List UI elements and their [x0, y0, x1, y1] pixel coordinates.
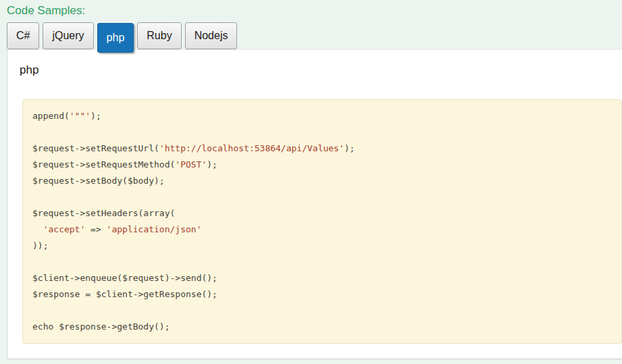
code-line: $request->setHeaders(array( [32, 205, 612, 222]
code-sample-block: append('""');$request->setRequestUrl('ht… [22, 99, 622, 344]
tab-c[interactable]: C# [7, 22, 39, 49]
code-string-token: 'POST' [175, 159, 207, 170]
code-line: $request->setBody($body); [32, 173, 612, 189]
code-plain-token: $response = $client->getResponse(); [32, 289, 217, 299]
code-plain-token: append( [32, 111, 70, 121]
code-line [32, 189, 612, 205]
tab-jquery[interactable]: jQuery [43, 22, 93, 49]
code-plain-token [32, 224, 43, 234]
code-line [32, 124, 612, 140]
code-line: $request->setRequestMethod('POST'); [32, 157, 612, 173]
code-line [32, 254, 612, 270]
code-plain-token: $request->setRequestMethod( [32, 159, 175, 170]
tab-ruby[interactable]: Ruby [137, 22, 181, 49]
code-plain-token: $client->enqueue($request)->send(); [32, 273, 217, 283]
code-language-tabs: C#jQueryphpRubyNodejs [7, 22, 622, 49]
code-string-token: '""' [70, 111, 90, 121]
code-plain-token: ); [344, 143, 355, 153]
page-title: Code Samples: [7, 4, 622, 18]
code-string-token: 'http://localhost:53864/api/Values' [159, 143, 344, 153]
code-plain-token: => [85, 224, 106, 234]
code-line: append('""'); [32, 108, 612, 124]
code-plain-token: $request->setRequestUrl( [32, 143, 159, 153]
code-plain-token: )); [32, 240, 48, 251]
code-line: $client->enqueue($request)->send(); [32, 270, 612, 286]
code-plain-token: $request->setHeaders(array( [32, 208, 175, 218]
tab-php[interactable]: php [97, 23, 134, 53]
code-string-token: 'application/json' [107, 224, 202, 234]
tab-nodejs[interactable]: Nodejs [185, 22, 238, 49]
code-line: 'accept' => 'application/json' [32, 222, 612, 238]
code-line: echo $response->getBody(); [32, 319, 612, 335]
code-plain-token: ); [90, 111, 101, 121]
code-line [32, 303, 612, 319]
code-line: )); [32, 238, 612, 254]
code-string-token: 'accept' [43, 224, 86, 234]
panel-heading: php [7, 50, 622, 77]
code-line: $request->setRequestUrl('http://localhos… [32, 140, 612, 157]
tab-content-panel: php append('""');$request->setRequestUrl… [7, 49, 622, 359]
code-plain-token: $request->setBody($body); [32, 176, 165, 186]
code-plain-token: echo $response->getBody(); [32, 321, 170, 332]
code-plain-token: ); [207, 159, 217, 170]
code-line: $response = $client->getResponse(); [32, 286, 612, 303]
